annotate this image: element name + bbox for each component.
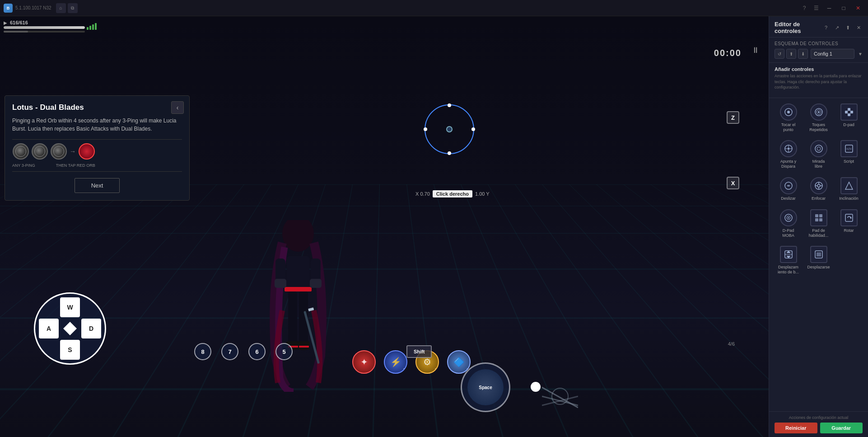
controls-grid: Tocar elpunto ToquesRepetidos D-pad bbox=[769, 98, 868, 280]
bs-logo: B 5.1.100.1017 N32 bbox=[4, 4, 51, 13]
control-padhabilidad[interactable]: Pad dehabilidad... bbox=[805, 207, 832, 241]
scheme-icon-2[interactable]: ⬆ bbox=[786, 49, 796, 59]
character-svg bbox=[262, 220, 334, 392]
skill-num-8[interactable]: 8 bbox=[194, 343, 211, 360]
scheme-icon-1[interactable]: ↺ bbox=[775, 49, 784, 59]
maximize-button[interactable]: □ bbox=[837, 2, 850, 14]
svg-point-20 bbox=[552, 388, 568, 404]
tutorial-panel: ‹ Lotus - Dual Blades Pinging a Red Orb … bbox=[5, 95, 190, 201]
bs-right-icons: ? ☰ ─ □ ✕ bbox=[799, 2, 864, 14]
signal-bar-2 bbox=[89, 26, 91, 30]
space-label: Space bbox=[479, 385, 492, 390]
control-script[interactable]: </> Script bbox=[835, 137, 863, 172]
skill-3-wrap: ⚡ 3 bbox=[384, 350, 407, 374]
scheme-label: Esquema de controles bbox=[775, 41, 863, 46]
bs-home-icon[interactable]: ⌂ bbox=[56, 3, 66, 13]
dpad-up-button[interactable]: W bbox=[60, 297, 80, 317]
game-timer: 00:00 bbox=[714, 48, 742, 58]
script-label: Script bbox=[844, 159, 854, 164]
pause-button[interactable]: ⏸ bbox=[751, 46, 760, 55]
control-apunta[interactable]: Apunta yDispara bbox=[775, 137, 802, 172]
minimize-button[interactable]: ─ bbox=[823, 2, 835, 14]
cross-decoration bbox=[542, 383, 578, 410]
shift-button[interactable]: Shift bbox=[406, 345, 432, 358]
target-dot bbox=[446, 126, 453, 132]
control-inclinacion[interactable]: Inclinación bbox=[835, 174, 863, 204]
dpad-label: D-pad bbox=[843, 122, 854, 127]
ring-dot-bottom bbox=[448, 151, 451, 155]
bs-menu-btn[interactable]: ☰ bbox=[811, 3, 821, 13]
close-button[interactable]: ✕ bbox=[852, 2, 864, 14]
control-enfocar[interactable]: Enfocar bbox=[805, 174, 832, 204]
key-x-indicator: X bbox=[727, 177, 739, 189]
dpad-left-button[interactable]: A bbox=[39, 319, 59, 338]
dpad-down-button[interactable]: S bbox=[60, 340, 80, 360]
svg-point-33 bbox=[815, 145, 822, 152]
skill-3-button[interactable]: ⚡ 3 bbox=[384, 350, 407, 374]
control-mirada[interactable]: Miradalibre bbox=[805, 137, 832, 172]
svg-rect-14 bbox=[299, 346, 309, 348]
control-toques[interactable]: ToquesRepetidos bbox=[805, 101, 832, 135]
control-tocar[interactable]: Tocar elpunto bbox=[775, 101, 802, 135]
scheme-icon-3[interactable]: ⬇ bbox=[798, 49, 808, 59]
svg-point-25 bbox=[818, 111, 820, 113]
right-panel: Editor de controles ? ↗ ⬆ ✕ Esquema de c… bbox=[769, 16, 868, 437]
skill-num-7[interactable]: 7 bbox=[221, 343, 238, 360]
skill-4-button[interactable]: ✦ 4 bbox=[352, 350, 376, 374]
white-dot-button[interactable] bbox=[531, 382, 541, 392]
svg-point-47 bbox=[788, 217, 789, 218]
control-desplazarse[interactable]: Desplazarse bbox=[805, 243, 832, 277]
tocar-icon bbox=[780, 103, 797, 121]
bs-logo-icon: B bbox=[4, 4, 13, 13]
target-ring bbox=[425, 104, 474, 154]
skill-num-5[interactable]: 5 bbox=[275, 343, 293, 360]
toques-icon bbox=[810, 103, 827, 121]
control-scheme-row: ↺ ⬆ ⬇ Config 1 ▼ bbox=[775, 49, 863, 59]
control-desplazamiento[interactable]: Desplazamiento de b... bbox=[775, 243, 802, 277]
combo-arrow: → bbox=[70, 148, 76, 155]
bs-help-btn[interactable]: ? bbox=[799, 3, 809, 13]
targeting-circle bbox=[425, 104, 474, 154]
enfocar-label: Enfocar bbox=[812, 196, 826, 201]
signal-bar-1 bbox=[87, 27, 89, 30]
guardar-button[interactable]: Guardar bbox=[820, 423, 863, 433]
svg-rect-12 bbox=[297, 341, 310, 349]
svg-rect-6 bbox=[310, 279, 322, 288]
reiniciar-button[interactable]: Reiniciar bbox=[775, 423, 817, 433]
control-rotar[interactable]: Rotar bbox=[835, 207, 863, 241]
svg-rect-5 bbox=[275, 279, 286, 288]
panel-title: Editor de controles bbox=[775, 21, 822, 34]
svg-point-22 bbox=[787, 111, 790, 113]
svg-rect-7 bbox=[288, 291, 297, 346]
panel-help-icon[interactable]: ? bbox=[822, 23, 830, 32]
skill-counter: 4/6 bbox=[728, 341, 735, 347]
bs-version: 5.1.100.1017 N32 bbox=[15, 5, 51, 10]
hud-top-left: ▶ 616/616 bbox=[4, 20, 97, 33]
tutorial-next-button[interactable]: Next bbox=[75, 178, 120, 193]
rotar-label: Rotar bbox=[844, 228, 854, 233]
svg-rect-28 bbox=[848, 111, 850, 113]
scheme-select[interactable]: Config 1 bbox=[811, 49, 854, 59]
signal-bars bbox=[87, 23, 97, 30]
bs-duplicate-icon[interactable]: ⧉ bbox=[68, 3, 78, 13]
dpad-right-button[interactable]: D bbox=[81, 319, 101, 338]
orb-icon-2 bbox=[32, 143, 48, 160]
dpad-center bbox=[63, 322, 77, 335]
tutorial-back-button[interactable]: ‹ bbox=[171, 101, 184, 114]
svg-marker-44 bbox=[845, 182, 853, 189]
hp-bar-container: ▶ 616/616 bbox=[4, 20, 85, 33]
control-dpad[interactable]: D-pad bbox=[835, 101, 863, 135]
panel-share-icon[interactable]: ↗ bbox=[833, 23, 841, 32]
dpadmoba-icon bbox=[780, 209, 797, 226]
panel-close-icon[interactable]: ✕ bbox=[854, 23, 863, 32]
dpad-control[interactable]: W S A D bbox=[34, 292, 106, 365]
skill-num-6[interactable]: 6 bbox=[248, 343, 266, 360]
tutorial-description: Pinging a Red Orb within 4 seconds after… bbox=[12, 117, 182, 133]
control-dpadmoba[interactable]: D-PadMOBA bbox=[775, 207, 802, 241]
inclinacion-label: Inclinación bbox=[839, 196, 859, 201]
panel-upload-icon[interactable]: ⬆ bbox=[844, 23, 852, 32]
controls-scroll: Tocar elpunto ToquesRepetidos D-pad bbox=[769, 98, 868, 411]
control-deslizar[interactable]: Deslizar bbox=[775, 174, 802, 204]
panel-bottom-text: Acciones de configuración actual bbox=[775, 415, 863, 420]
space-button[interactable]: Space bbox=[461, 362, 510, 412]
